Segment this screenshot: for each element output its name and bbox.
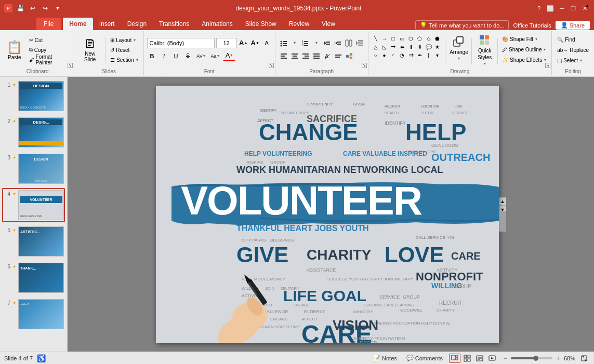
line-spacing-button[interactable] [354, 38, 365, 48]
vertical-scrollbar[interactable]: ▲ ▼ △ ▽ [499, 197, 506, 232]
slide-item-6[interactable]: 6 ★ THANK... [2, 261, 65, 295]
clear-formatting-button[interactable]: A [261, 38, 271, 48]
increase-indent-button[interactable] [333, 38, 343, 48]
clipboard-expand-button[interactable]: ↘ [68, 63, 73, 68]
quick-styles-button[interactable]: Quick Styles ▾ [474, 34, 495, 66]
shape-arrow-up[interactable]: ⬆ [407, 43, 415, 51]
scroll-thumb[interactable] [499, 211, 506, 232]
shape-diamond[interactable]: ◇ [425, 34, 433, 43]
layout-button[interactable]: ⊞ Layout ▾ [108, 35, 140, 45]
shape-rect[interactable]: □ [389, 34, 398, 43]
text-direction-button[interactable]: A [322, 51, 333, 61]
help-button[interactable]: ? [534, 3, 544, 14]
find-button[interactable]: 🔍 Find [555, 35, 591, 44]
underline-button[interactable]: U [171, 51, 181, 61]
undo-button[interactable]: ↩ [27, 3, 38, 14]
cut-button[interactable]: ✂ Cut [27, 35, 72, 45]
shape-line[interactable]: ╲ [372, 34, 380, 43]
shape-parallelogram[interactable]: ⬡ [407, 34, 415, 43]
align-left-button[interactable] [279, 51, 289, 61]
tab-animations[interactable]: Animations [195, 18, 239, 30]
shape-effects-button[interactable]: ✨ Shape Effects ▾ [500, 55, 548, 64]
slide-item-3[interactable]: 3 ★ DESIGN word cloud [2, 152, 65, 186]
shape-more[interactable]: ▾ [433, 51, 442, 59]
shape-freeform[interactable]: ✒ [416, 51, 424, 59]
shape-block-arrow[interactable]: ⮆ [407, 51, 415, 59]
font-name-select[interactable] [147, 38, 215, 48]
slide-item-7[interactable]: 7 ★ slide 7 [2, 297, 65, 331]
slide-item-1[interactable]: 1 ★ DESIGN IDEA • CONCEPT [2, 79, 65, 113]
shape-pentagon[interactable]: ⬟ [433, 34, 442, 43]
fit-to-window-button[interactable] [578, 354, 590, 363]
slide-item-2[interactable]: 2 ★ DESIG... [2, 115, 65, 150]
shape-triangle[interactable]: △ [372, 43, 380, 51]
shape-right-triangle[interactable]: ◺ [380, 43, 389, 51]
tab-view[interactable]: View [315, 18, 341, 30]
numbered-list-button[interactable]: 1.2.3. [300, 38, 310, 48]
decrease-font-size-button[interactable]: A▼ [250, 38, 260, 48]
customize-quick-access-button[interactable]: ▼ [52, 3, 63, 14]
font-color-button[interactable]: A▾ [223, 51, 235, 61]
shape-arrow-right[interactable]: ⮕ [389, 43, 398, 51]
increase-font-size-button[interactable]: A▲ [239, 38, 248, 48]
decrease-indent-button[interactable] [322, 38, 332, 48]
numbered-list-dropdown[interactable]: ▾ [311, 38, 321, 48]
shape-arrow-left[interactable]: ⬅ [398, 43, 406, 51]
slideshow-view-button[interactable] [486, 354, 498, 363]
slide-sorter-button[interactable] [461, 354, 473, 363]
zoom-track[interactable] [511, 357, 552, 359]
share-button[interactable]: 👤 Share [556, 21, 590, 30]
tab-insert[interactable]: Insert [93, 18, 121, 30]
bold-button[interactable]: B [147, 51, 157, 61]
comments-button[interactable]: 💬 Comments [403, 354, 446, 362]
bullet-list-button[interactable] [279, 38, 289, 48]
shape-circle[interactable]: ● [380, 51, 389, 59]
redo-button[interactable]: ↪ [39, 3, 51, 14]
shape-rounded-rect[interactable]: ▭ [398, 34, 406, 43]
shape-fill-button[interactable]: 🎨 Shape Fill ▾ [500, 34, 548, 44]
reading-view-button[interactable] [474, 354, 485, 363]
paragraph-expand-button[interactable]: ↘ [362, 63, 367, 68]
convert-smartart-button[interactable] [344, 51, 354, 61]
notes-button[interactable]: 📝 Notes [370, 354, 400, 362]
tab-design[interactable]: Design [121, 18, 153, 30]
change-case-button[interactable]: Aa▾ [209, 51, 221, 61]
zoom-in-button[interactable]: + [554, 354, 562, 362]
strikethrough-button[interactable]: S [183, 51, 193, 61]
align-center-button[interactable] [289, 51, 300, 61]
office-tutorials-link[interactable]: Office Tutorials [513, 22, 551, 29]
shape-arc[interactable]: ◜ [389, 51, 398, 59]
zoom-handle[interactable] [533, 356, 538, 361]
tell-me-input[interactable]: 💡 Tell me what you want to do... [415, 20, 509, 30]
shape-arrow-line[interactable]: → [380, 34, 389, 43]
align-right-button[interactable] [300, 51, 311, 61]
bullet-list-dropdown[interactable]: ▾ [289, 38, 300, 48]
align-text-button[interactable] [333, 51, 344, 61]
save-button[interactable]: 💾 [15, 3, 26, 14]
tab-transitions[interactable]: Transitions [153, 18, 195, 30]
font-size-select[interactable] [216, 38, 237, 48]
normal-view-button[interactable] [449, 354, 460, 363]
shape-trapezoid[interactable]: ⬠ [416, 34, 424, 43]
collapse-ribbon-button[interactable]: ▲ [584, 2, 591, 9]
tab-home[interactable]: Home [63, 18, 93, 30]
tab-slideshow[interactable]: Slide Show [239, 18, 283, 30]
minimize-button[interactable]: ─ [557, 3, 567, 14]
justify-button[interactable] [311, 51, 322, 61]
replace-button[interactable]: ab→ Replace [555, 45, 591, 55]
shape-chord[interactable]: ◔ [398, 51, 406, 59]
copy-button[interactable]: ⧉ Copy [27, 45, 72, 55]
new-slide-button[interactable]: 🖹 New Slide [77, 34, 102, 65]
scroll-up-button[interactable]: ▲ [499, 197, 506, 206]
zoom-out-button[interactable]: − [501, 354, 509, 362]
shape-star[interactable]: ★ [433, 43, 442, 51]
select-button[interactable]: ⬚ Select ▾ [555, 56, 591, 65]
reset-button[interactable]: ↺ Reset [108, 45, 140, 55]
restore-button[interactable]: ❐ [568, 3, 578, 14]
column-layout-button[interactable] [344, 38, 354, 48]
tab-review[interactable]: Review [283, 18, 315, 30]
shape-callout[interactable]: 💬 [425, 43, 433, 51]
paste-button[interactable]: 📋 Paste [3, 34, 26, 65]
drawing-expand-button[interactable]: ↘ [545, 63, 550, 68]
font-expand-button[interactable]: ↘ [269, 63, 274, 68]
